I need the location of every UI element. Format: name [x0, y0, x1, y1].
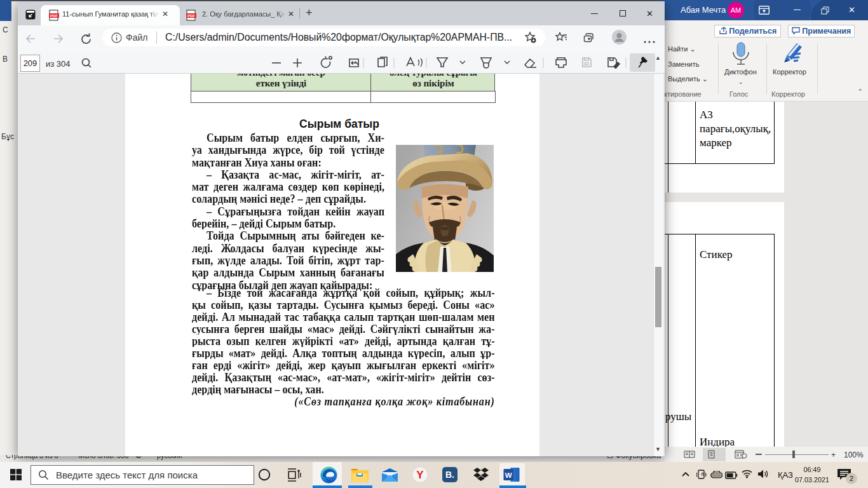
svg-text:W: W	[505, 471, 512, 479]
svg-text:PDF: PDF	[50, 14, 58, 18]
svg-text:PDF: PDF	[187, 14, 195, 18]
svg-text:Y: Y	[416, 469, 424, 481]
